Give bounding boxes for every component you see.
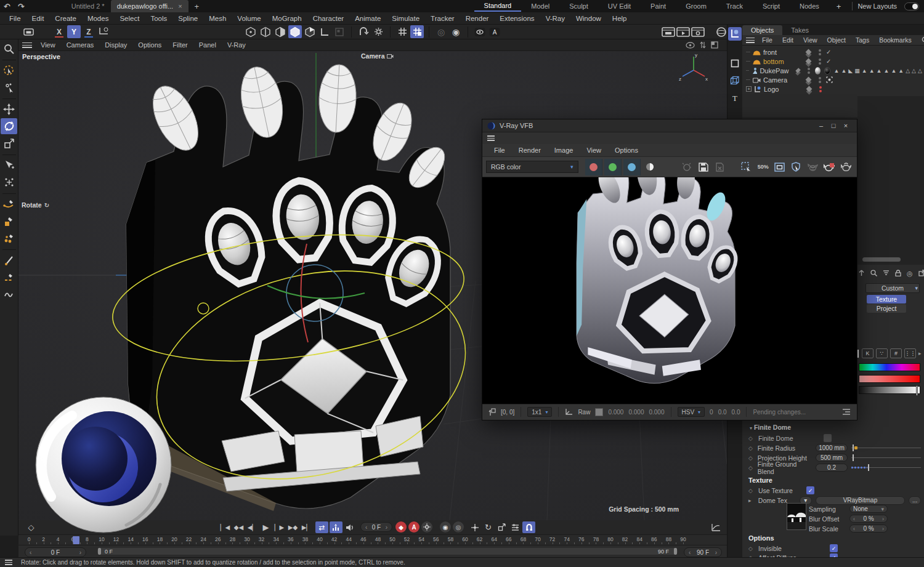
more-pickers-icon[interactable]: ▸ [918,350,922,356]
render-last-button[interactable] [805,159,820,174]
hue-slider[interactable] [859,363,920,371]
previous-key-button[interactable]: ◆◀ [232,521,245,533]
attributes-mode-dropdown[interactable]: Custom▾ [865,283,920,293]
current-frame-field[interactable]: ‹0 F› [360,522,392,532]
cube-panel-button[interactable] [728,74,742,87]
camera-label[interactable]: Camera [361,52,394,60]
horizontal-scrollbar[interactable] [862,257,901,262]
layout-tab[interactable]: UV Edit [598,1,641,11]
color-swatch[interactable] [595,408,603,416]
use-texture-checkbox[interactable]: ✓ [806,486,814,494]
layout-tab[interactable]: Standard [474,1,522,12]
key-position-button[interactable] [468,521,481,533]
vfb-titlebar[interactable]: V-Ray VFB – □ × [482,119,857,132]
minimize-button[interactable]: – [815,122,827,129]
viewport-menu-item[interactable]: V-Ray [222,40,251,50]
menu-item[interactable]: Tools [145,13,172,24]
lock-icon[interactable] [895,270,901,276]
finite-radius-field[interactable]: 1000 mm [816,444,848,452]
key-parameter-button[interactable] [509,521,522,533]
layer-icon[interactable] [806,58,812,65]
menu-item[interactable]: Modes [82,13,115,24]
record-keyframe-button[interactable]: ◆ [395,521,407,533]
visibility-dots[interactable] [808,68,810,74]
visibility-dots-off[interactable] [819,86,822,92]
search-icon[interactable] [922,36,924,44]
visibility-dots[interactable] [819,49,821,55]
dome-tex-browse-button[interactable]: ... [909,496,921,505]
menu-item[interactable]: Help [607,13,633,24]
play-mode-button[interactable] [330,521,342,533]
vfb-menu-item[interactable]: File [488,145,511,155]
invisible-checkbox[interactable]: ✓ [830,544,838,552]
vfb-menu-item[interactable]: View [581,145,607,155]
blue-channel-button[interactable] [623,159,641,175]
keyframe-selection-button[interactable]: ◉ [440,521,451,533]
coordinates-panel-button[interactable] [728,27,742,41]
line-cut-tool-button[interactable] [1,269,17,285]
scale-tool-button[interactable] [1,135,17,151]
range-end-field[interactable]: ‹90 F› [684,547,722,557]
move-tool-button[interactable] [1,101,17,117]
up-arrow-icon[interactable] [858,270,865,276]
axis-x-toggle[interactable]: X [52,25,66,38]
objects-menu-item[interactable]: Tags [851,36,873,44]
edges-mode-button[interactable] [259,25,272,38]
objects-menu-item[interactable]: File [758,36,777,44]
keying-settings-button[interactable] [421,521,432,533]
layout-toggle[interactable] [904,2,919,10]
projection-height-field[interactable]: 500 mm [816,454,848,462]
save-image-button[interactable] [696,159,711,174]
autokey-button[interactable]: A [408,521,419,533]
projection-height-slider[interactable] [851,454,921,462]
viewport-menu-item[interactable]: View [36,40,60,50]
green-channel-button[interactable] [604,159,622,175]
maximize-view-icon[interactable] [711,41,718,49]
keyframe-presets-button[interactable]: ◎ [453,521,464,533]
fit-view-button[interactable] [772,159,787,174]
range-start-field[interactable]: ‹0 F› [25,547,86,557]
axis-z-toggle[interactable]: Z [82,25,95,38]
alpha-channel-button[interactable] [642,159,657,174]
tweak-tool-button[interactable] [1,79,17,95]
object-tree-item-dukepaw[interactable]: DukePaw ▲▲◣▦▲▲▲▲▲▲△△△ [742,66,924,75]
view-label[interactable]: Perspective [22,53,60,60]
material-tag-hdri[interactable] [815,67,821,74]
layout-tab[interactable]: Sculpt [559,1,598,11]
enabled-check-icon[interactable]: ✓ [826,58,831,65]
vfb-menu-item[interactable]: Options [609,145,644,155]
objects-menu-item[interactable]: Bookmarks [875,36,916,44]
menu-item[interactable]: Animate [349,13,386,24]
render-picture-viewer-button[interactable] [676,25,690,38]
spline-arc-tool-button[interactable] [1,230,17,246]
objects-menu-item[interactable]: Edit [778,36,798,44]
menu-item[interactable]: Volume [232,13,266,24]
key-scale-button[interactable] [495,521,508,533]
popout-icon[interactable] [918,270,924,276]
loop-playback-button[interactable]: ⇄ [315,521,328,533]
menu-item[interactable]: Edit [26,13,50,24]
tab-project[interactable]: Project [867,304,906,313]
texture-thumbnail[interactable] [787,503,806,530]
snap-enabled-button[interactable] [410,25,424,38]
interactive-render-button[interactable]: ◉ [449,25,463,38]
blur-scale-field[interactable]: ‹0 %› [849,525,888,533]
eye-icon[interactable] [686,42,695,49]
multi-transform-tool-button[interactable] [1,174,17,190]
dome-tex-shader-button[interactable]: VRayBitmap [816,496,906,505]
render-region-button[interactable]: ◎ [434,25,448,38]
object-tree-item-logo[interactable]: + Logo [742,84,924,94]
vray-a-button[interactable]: A [488,25,501,38]
log-icon[interactable] [842,408,851,416]
layout-tab[interactable]: Nodes [790,1,829,11]
vfb-menu-icon[interactable] [487,135,495,141]
render-view-button[interactable] [662,25,675,38]
render-region-button[interactable] [739,159,754,174]
layer-icon[interactable] [806,49,812,55]
search-icon[interactable] [870,270,877,276]
axis-y-toggle[interactable]: Y [67,25,81,38]
clear-image-button[interactable] [713,159,727,174]
value-slider-handle[interactable] [916,385,918,396]
expand-arrow-icon[interactable]: ▸ [748,497,755,504]
viewport-menu-icon[interactable] [22,42,32,48]
